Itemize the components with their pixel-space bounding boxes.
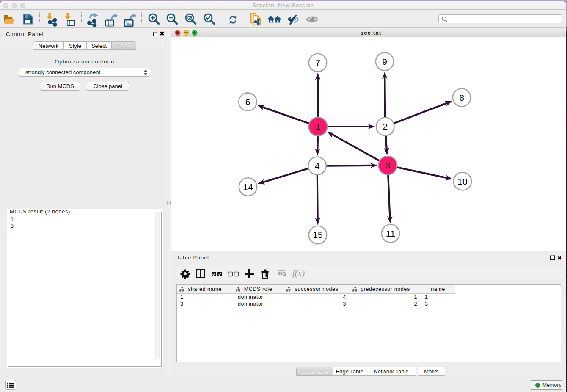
svg-text:14: 14 — [243, 182, 253, 192]
svg-text:2: 2 — [383, 121, 388, 131]
svg-text:10: 10 — [457, 177, 467, 186]
svg-text:7: 7 — [315, 58, 320, 67]
svg-text:11: 11 — [386, 229, 395, 238]
svg-text:6: 6 — [245, 97, 250, 107]
svg-text:1: 1 — [316, 121, 321, 131]
svg-text:9: 9 — [382, 57, 387, 66]
svg-text:15: 15 — [313, 230, 322, 240]
svg-text:3: 3 — [385, 160, 390, 170]
svg-text:4: 4 — [315, 161, 320, 171]
svg-text:8: 8 — [459, 93, 464, 102]
